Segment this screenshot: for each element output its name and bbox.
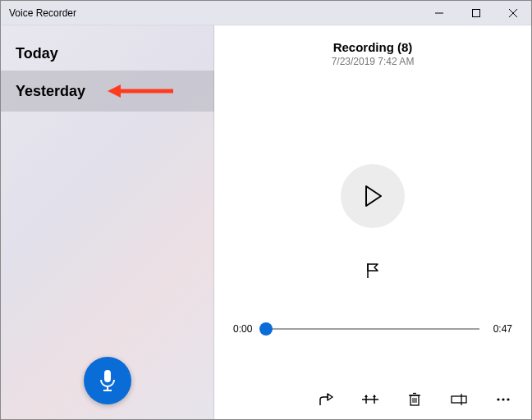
add-marker-button[interactable] xyxy=(361,259,384,282)
playback-timeline: 0:00 0:47 xyxy=(233,323,512,335)
svg-rect-1 xyxy=(472,9,479,16)
trim-icon xyxy=(362,393,378,406)
svg-marker-15 xyxy=(365,395,368,397)
close-icon xyxy=(509,9,517,17)
svg-marker-16 xyxy=(373,395,376,397)
rename-button[interactable] xyxy=(449,390,469,409)
list-item-yesterday[interactable]: Yesterday xyxy=(1,71,214,112)
svg-rect-6 xyxy=(104,370,111,382)
titlebar: Voice Recorder xyxy=(1,1,531,25)
svg-rect-23 xyxy=(452,396,466,403)
flag-icon xyxy=(365,262,380,279)
group-today[interactable]: Today xyxy=(1,25,214,71)
recording-toolbar xyxy=(316,390,513,409)
recording-timestamp: 7/23/2019 7:42 AM xyxy=(332,56,415,67)
time-total: 0:47 xyxy=(488,323,512,335)
app-window: Voice Recorder Today Yesterday xyxy=(0,0,532,420)
play-icon xyxy=(363,185,383,208)
record-button[interactable] xyxy=(84,357,131,404)
list-item-label: Yesterday xyxy=(16,83,85,100)
trim-button[interactable] xyxy=(360,390,380,409)
play-button[interactable] xyxy=(341,164,405,228)
minimize-icon xyxy=(435,9,443,17)
svg-point-25 xyxy=(497,398,499,400)
svg-point-26 xyxy=(502,398,504,400)
share-button[interactable] xyxy=(316,390,336,409)
svg-marker-9 xyxy=(366,186,381,206)
svg-point-27 xyxy=(507,398,509,400)
recordings-sidebar: Today Yesterday xyxy=(1,25,214,419)
more-icon xyxy=(496,397,511,402)
app-body: Today Yesterday Recording (8) 7/23/201 xyxy=(1,25,531,419)
window-title: Voice Recorder xyxy=(1,7,76,19)
recording-title: Recording (8) xyxy=(333,40,413,54)
more-button[interactable] xyxy=(493,390,513,409)
trash-icon xyxy=(409,392,420,407)
timeline-thumb[interactable] xyxy=(259,322,273,336)
delete-button[interactable] xyxy=(405,390,424,409)
maximize-icon xyxy=(472,9,480,17)
rename-icon xyxy=(451,394,467,405)
player-panel: Recording (8) 7/23/2019 7:42 AM 0:00 0:4… xyxy=(214,25,531,419)
annotation-arrow xyxy=(108,81,173,101)
window-maximize[interactable] xyxy=(457,1,494,25)
window-close[interactable] xyxy=(494,1,531,25)
share-icon xyxy=(319,392,333,407)
svg-marker-5 xyxy=(108,84,121,98)
timeline-track[interactable] xyxy=(266,328,479,330)
window-minimize[interactable] xyxy=(420,1,457,25)
microphone-icon xyxy=(99,369,117,392)
time-elapsed: 0:00 xyxy=(233,323,258,335)
